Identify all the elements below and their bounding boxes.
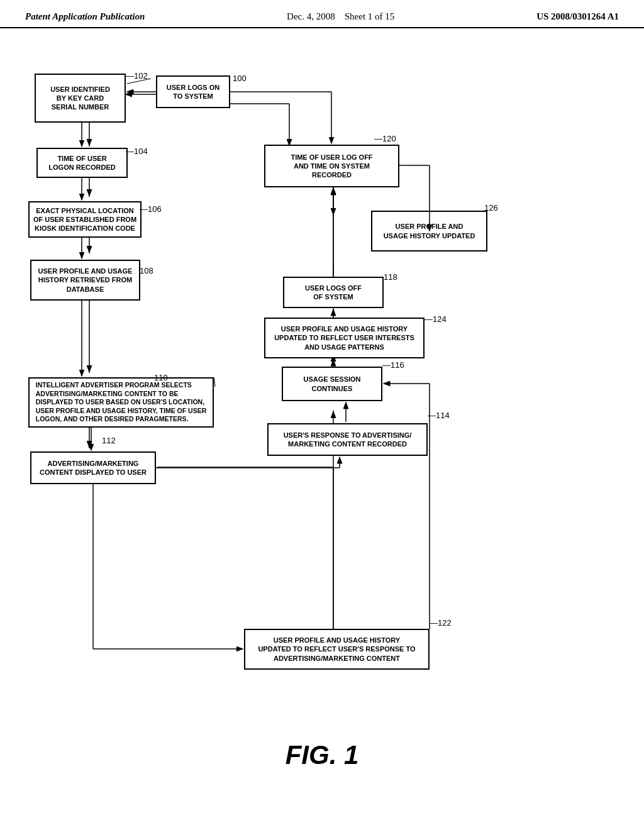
ref-106: —106: [140, 204, 162, 214]
ref-120: —120: [374, 134, 396, 143]
ref-116: —116: [382, 360, 404, 370]
ref-124: —124: [425, 314, 447, 324]
box-102: USER IDENTIFIED BY KEY CARD SERIAL NUMBE…: [35, 74, 126, 123]
ref-102: —102: [126, 71, 148, 80]
patent-number: US 2008/0301264 A1: [536, 11, 619, 22]
box-126: USER PROFILE AND USAGE HISTORY UPDATED: [371, 211, 487, 252]
ref-110: 110: [154, 373, 168, 382]
diagram-area: USER LOGS ON TO SYSTEM 100 USER IDENTIFI…: [0, 28, 644, 783]
page-header: Patent Application Publication Dec. 4, 2…: [0, 0, 644, 28]
box-124: USER PROFILE AND USAGE HISTORY UPDATED T…: [264, 318, 425, 358]
ref-112: 112: [102, 436, 116, 445]
ref-118: 118: [384, 272, 397, 282]
box-116: USAGE SESSION CONTINUES: [282, 367, 382, 401]
sheet-info: Dec. 4, 2008 Sheet 1 of 15: [287, 11, 394, 22]
publication-label: Patent Application Publication: [25, 11, 145, 22]
box-100: USER LOGS ON TO SYSTEM: [156, 75, 230, 108]
box-106: EXACT PHYSICAL LOCATION OF USER ESTABLIS…: [28, 201, 142, 238]
ref-114: —114: [428, 411, 450, 420]
ref-100: 100: [233, 74, 247, 83]
figure-label: FIG. 1: [286, 740, 359, 770]
box-120: TIME OF USER LOG OFF AND TIME ON SYSTEM …: [264, 145, 399, 187]
box-112: ADVERTISING/MARKETING CONTENT DISPLAYED …: [30, 451, 156, 484]
ref-104: —104: [126, 147, 148, 156]
box-108: USER PROFILE AND USAGE HISTORY RETRIEVED…: [30, 260, 140, 301]
box-104: TIME OF USER LOGON RECORDED: [36, 148, 128, 178]
box-114: USER'S RESPONSE TO ADVERTISING/ MARKETIN…: [267, 423, 428, 456]
box-118: USER LOGS OFF OF SYSTEM: [283, 277, 384, 308]
box-122: USER PROFILE AND USAGE HISTORY UPDATED T…: [244, 629, 430, 670]
box-110: INTELLIGENT ADVERTISER PROGRAM SELECTS A…: [28, 377, 214, 428]
ref-108: 108: [140, 266, 153, 275]
svg-line-43: [214, 377, 215, 387]
ref-126: 126: [484, 203, 498, 213]
ref-122: —122: [430, 618, 452, 628]
